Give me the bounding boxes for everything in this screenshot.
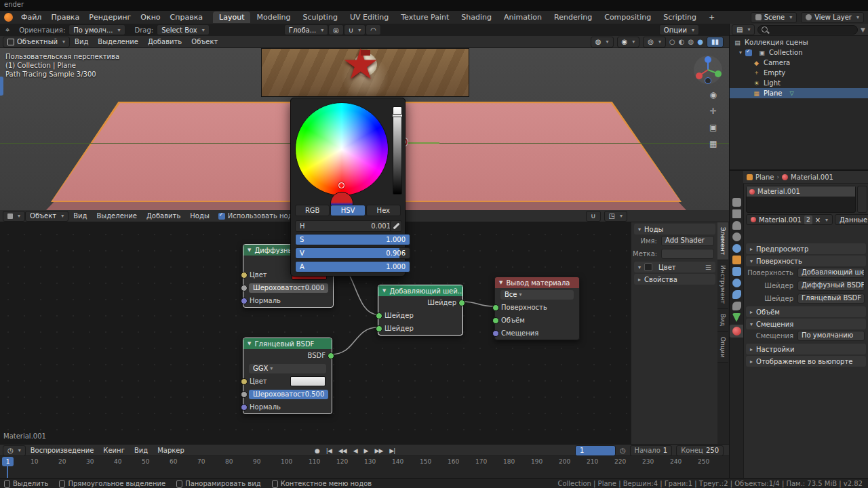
presets-icon[interactable]: ☰: [705, 264, 711, 271]
outliner-scene-collection[interactable]: ▤Коллекция сцены: [730, 37, 868, 47]
playhead[interactable]: 1: [2, 457, 14, 466]
glossy-roughness-slider[interactable]: Шероховатост0.500: [249, 390, 328, 399]
outliner-item-empty[interactable]: ＋Empty: [730, 68, 868, 78]
diffuse-color-input-socket[interactable]: [241, 272, 248, 279]
timeline-ruler[interactable]: 1102030405060708090100110120130140150160…: [0, 455, 729, 479]
output-displacement-input-socket[interactable]: [492, 330, 499, 337]
surface-shader-value[interactable]: Добавляющий шей.: [797, 268, 865, 278]
outliner-filter-icon[interactable]: ▼: [861, 26, 865, 33]
output-volume-input-socket[interactable]: [492, 317, 499, 324]
color-wheel-cursor[interactable]: [338, 182, 344, 188]
outliner-item-camera[interactable]: ◆Camera: [730, 58, 868, 68]
node-material-output[interactable]: Вывод материала Все Поверхность Объём См…: [494, 277, 580, 340]
view-layer-selector[interactable]: View Layer: [801, 12, 864, 23]
glossy-distribution-dropdown[interactable]: GGX: [249, 364, 326, 373]
material-slot-ops[interactable]: [857, 186, 867, 213]
sidebar-tab-options[interactable]: Опции: [717, 332, 728, 363]
record-button[interactable]: ●: [312, 447, 322, 454]
drag-dropdown[interactable]: Select Box: [157, 24, 210, 35]
tab-constraints-icon[interactable]: [732, 302, 741, 310]
viewport-menu-select[interactable]: Выделение: [93, 38, 143, 45]
use-preview-range-icon[interactable]: ◷: [620, 447, 626, 454]
material-slot-list[interactable]: Material.001: [746, 186, 856, 213]
color-checkbox[interactable]: [644, 263, 652, 271]
output-surface-input-socket[interactable]: [492, 304, 499, 311]
workspace-tab-shading[interactable]: Shading: [455, 12, 498, 23]
panel-displacement[interactable]: Смещения: [746, 319, 866, 329]
frame-end-field[interactable]: Конец250: [676, 445, 724, 456]
picker-a-slider[interactable]: A1.000: [295, 261, 410, 272]
diffuse-normal-input-socket[interactable]: [241, 298, 248, 304]
panel-volume[interactable]: Объём: [746, 306, 866, 317]
workspace-tab-layout[interactable]: Layout: [213, 12, 250, 23]
transform-orientation-dropdown[interactable]: Глоба...: [284, 24, 328, 35]
tab-material-active[interactable]: [730, 325, 743, 338]
frame-start-field[interactable]: Начало1: [630, 445, 673, 456]
timeline-menu-view[interactable]: Вид: [130, 447, 153, 454]
shading-rendered-icon[interactable]: ●: [697, 38, 703, 45]
workspace-tab-rendering[interactable]: Rendering: [548, 12, 598, 23]
menu-render[interactable]: Рендеринг: [84, 13, 136, 22]
snap-node-icon[interactable]: ∪: [586, 211, 600, 222]
viewport-menu-view[interactable]: Вид: [70, 38, 93, 45]
prev-keyframe-button[interactable]: ◀◀: [336, 447, 349, 454]
tab-scene-icon[interactable]: [732, 232, 741, 241]
outliner-item-light[interactable]: ☀Light: [730, 78, 868, 88]
outliner-collection[interactable]: ▾▣Collection: [730, 47, 868, 58]
sidebar-tab-item[interactable]: Элемент: [717, 222, 728, 260]
timeline-menu-marker[interactable]: Маркер: [153, 447, 189, 454]
node-glossy-header[interactable]: Глянцевый BSDF: [243, 338, 332, 349]
tab-view-layer-icon[interactable]: [732, 221, 741, 230]
jump-to-start-button[interactable]: |◀: [323, 447, 334, 454]
panel-viewport-display[interactable]: Отображение во вьюпорте: [746, 356, 866, 367]
outliner-item-plane[interactable]: ▦Plane▽: [730, 88, 868, 98]
sidebar-tab-view[interactable]: Вид: [717, 309, 728, 331]
panel-settings[interactable]: Настройки: [746, 344, 866, 354]
picker-v-slider[interactable]: V0.906: [295, 247, 410, 259]
camera-view-icon[interactable]: ▣: [709, 123, 717, 132]
shading-solid-icon[interactable]: ◐: [679, 38, 685, 45]
tab-physics-icon[interactable]: [732, 290, 741, 299]
value-slider-handle[interactable]: [392, 114, 403, 117]
breadcrumb-material[interactable]: Material.001: [791, 174, 833, 181]
picker-tab-hsv[interactable]: HSV: [330, 205, 365, 216]
glossy-color-input-socket[interactable]: [241, 378, 248, 385]
tab-output-icon[interactable]: [732, 209, 741, 218]
cursor-tool-icon[interactable]: ⌖: [5, 26, 9, 35]
add-shader-input2-socket[interactable]: [376, 325, 382, 332]
tab-render-icon[interactable]: [732, 198, 741, 207]
navigation-gizmo[interactable]: [693, 55, 723, 85]
workspace-tab-uvediting[interactable]: UV Editing: [344, 12, 395, 23]
outliner-display-mode-icon[interactable]: ▤: [732, 24, 755, 35]
breadcrumb-object[interactable]: Plane: [755, 174, 774, 181]
panel-color-header[interactable]: Цвет☰: [634, 262, 715, 272]
gizmos-dropdown[interactable]: ◎: [643, 37, 666, 47]
picker-h-slider[interactable]: H0.001: [295, 220, 395, 232]
node-menu-view[interactable]: Вид: [68, 212, 92, 220]
play-button[interactable]: ▶: [361, 447, 371, 454]
menu-file[interactable]: Файл: [16, 13, 46, 22]
glossy-normal-input-socket[interactable]: [241, 404, 248, 411]
outliner-search-input[interactable]: [757, 25, 858, 35]
panel-preview[interactable]: Предпросмотр: [746, 243, 866, 254]
workspace-tab-add-button[interactable]: +: [703, 12, 721, 23]
timeline-menu-playback[interactable]: Воспроизведение: [26, 447, 99, 454]
workspace-tab-texturepaint[interactable]: Texture Paint: [395, 12, 455, 23]
expand-arrow-icon[interactable]: ▾: [739, 49, 742, 56]
node-add-header[interactable]: Добавляющий шей..: [378, 285, 462, 296]
pivot-icon[interactable]: ◎: [328, 24, 344, 35]
diffuse-roughness-input-socket[interactable]: [241, 285, 248, 291]
workspace-tab-scripting[interactable]: Scripting: [657, 12, 703, 23]
panel-properties-header[interactable]: Свойства: [634, 274, 715, 285]
diffuse-roughness-slider[interactable]: Шероховатост0.000: [249, 283, 328, 293]
toolbar-expand-tab[interactable]: [0, 77, 3, 96]
proportional-edit-icon[interactable]: ◠: [366, 24, 381, 35]
tab-object-data-icon[interactable]: [732, 313, 741, 322]
scene-selector[interactable]: Scene: [751, 12, 797, 23]
glossy-roughness-input-socket[interactable]: [241, 391, 248, 398]
next-keyframe-button[interactable]: ▶▶: [372, 447, 386, 454]
move-view-icon[interactable]: ✛: [709, 106, 717, 116]
toggle-grid-icon[interactable]: ▦: [709, 139, 717, 148]
material-browse-dropdown[interactable]: Material.001 2 ×: [746, 214, 833, 225]
tab-object-icon[interactable]: [732, 256, 741, 264]
